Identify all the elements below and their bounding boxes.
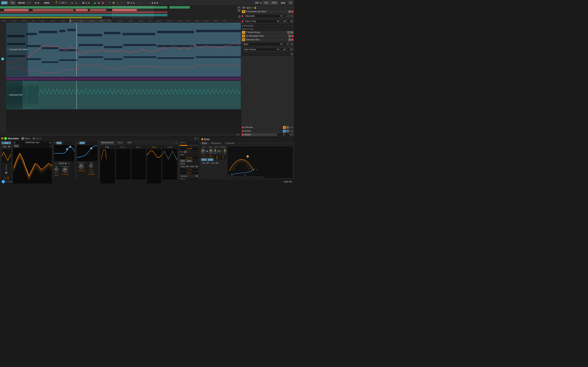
master-val2[interactable]: 6.0 bbox=[285, 133, 293, 136]
sync-left-btn[interactable]: Sync bbox=[201, 158, 207, 161]
sub-btn[interactable]: Sub bbox=[1, 142, 11, 144]
arrangement-pos[interactable]: 37. 1. 1 bbox=[127, 2, 135, 4]
serial-select[interactable]: Serial bbox=[58, 162, 67, 165]
vol-horiz-slider[interactable] bbox=[180, 144, 199, 147]
track7-s-btn[interactable]: 7 bbox=[287, 31, 290, 34]
d-button[interactable]: D bbox=[288, 1, 293, 4]
d-dot[interactable] bbox=[221, 150, 223, 152]
monitor-icon[interactable]: ▭ bbox=[140, 1, 142, 4]
track2-clip[interactable] bbox=[6, 81, 241, 109]
wavetable-settings-icon[interactable]: ⚙ bbox=[194, 137, 196, 140]
return-a-s[interactable]: S bbox=[286, 126, 289, 129]
echo-notes-left[interactable]: Notes bbox=[201, 162, 210, 164]
raw-btn[interactable]: Raw bbox=[13, 145, 19, 147]
track6-s-btn[interactable]: S bbox=[288, 10, 291, 13]
add-clip-icon[interactable]: ⊕ bbox=[291, 52, 293, 56]
record-button[interactable]: ⏺ bbox=[101, 1, 104, 4]
time-display[interactable]: 8. 0. 0 bbox=[151, 2, 159, 4]
osc2-tab[interactable]: ■ bbox=[32, 137, 35, 140]
key-button[interactable]: Key bbox=[263, 1, 269, 4]
env2-label[interactable]: Env 2 bbox=[116, 146, 130, 148]
return-b-btn[interactable]: B bbox=[283, 130, 286, 133]
expand-icon[interactable]: ▾ bbox=[242, 25, 243, 27]
lfo2-label[interactable]: LFO 2 bbox=[163, 146, 177, 148]
matrix-tab[interactable]: Matrix bbox=[116, 141, 125, 145]
curve-icon[interactable]: ⌒ bbox=[144, 1, 146, 4]
w-button[interactable]: W bbox=[237, 9, 241, 12]
osc2-label[interactable]: Osc 2 bbox=[36, 137, 41, 140]
wavetable-more-icon[interactable]: ≡ bbox=[197, 137, 199, 140]
vol-handle[interactable] bbox=[5, 173, 7, 173]
track13-s-btn[interactable]: S bbox=[288, 38, 291, 41]
add-icon[interactable]: ⊕ bbox=[71, 1, 73, 4]
punch-icon[interactable]: ⚡ bbox=[112, 1, 115, 4]
wavetable-val1[interactable]: -1.4 bbox=[284, 15, 290, 17]
res2-knob[interactable] bbox=[89, 164, 94, 168]
character-tab[interactable]: Character bbox=[223, 142, 237, 145]
poly-btn[interactable]: B bbox=[184, 150, 187, 153]
midi-tab[interactable]: MIDI bbox=[125, 141, 134, 145]
link-dot[interactable] bbox=[206, 150, 208, 152]
mod-sources-tab[interactable]: Mod Sources bbox=[99, 141, 116, 145]
lfo1-label[interactable]: LFO 1 bbox=[147, 146, 162, 148]
track-vol-dropdown[interactable]: Track Volume bbox=[242, 48, 280, 51]
ms2-btn2[interactable]: MS2 bbox=[79, 142, 85, 144]
echo-tab[interactable]: Echo bbox=[200, 142, 209, 145]
notes-select1[interactable]: Notes bbox=[180, 165, 189, 168]
freq2-knob[interactable] bbox=[78, 164, 84, 169]
osc1-tab[interactable]: ■ bbox=[21, 137, 24, 140]
draw-icon[interactable]: ✏ bbox=[121, 1, 122, 4]
subtract-icon[interactable]: ⊖ bbox=[75, 1, 77, 4]
echo-power-led[interactable] bbox=[201, 138, 203, 140]
collapse-icon[interactable]: — bbox=[291, 25, 293, 27]
return-a-btn[interactable]: A bbox=[283, 126, 286, 129]
mixer-dropdown[interactable]: Mixer bbox=[242, 42, 283, 46]
feedback-knob[interactable] bbox=[224, 149, 226, 154]
amp-label[interactable]: Amp bbox=[100, 146, 114, 148]
waveform-next[interactable]: ▶ bbox=[50, 141, 51, 143]
play-button[interactable]: ▶ bbox=[94, 1, 96, 4]
bar-mode[interactable]: | 1 Bar ▾ bbox=[59, 2, 67, 4]
fwd-nav-icon[interactable]: ▶ bbox=[249, 6, 251, 9]
wt-settings-icon[interactable]: ≡ bbox=[50, 145, 51, 147]
vol-slider[interactable] bbox=[1, 164, 11, 176]
sync-btn1[interactable]: Sync bbox=[180, 159, 186, 162]
loop-start[interactable]: 39. 1. 4 bbox=[82, 2, 90, 4]
shimmer-select[interactable]: Shimmer bbox=[180, 175, 199, 177]
user-select[interactable]: User bbox=[1, 145, 11, 148]
wavetable-dropdown[interactable]: Wavetable bbox=[243, 14, 283, 18]
time-sig[interactable]: 4 / 4 bbox=[33, 2, 41, 4]
power-led[interactable] bbox=[1, 137, 3, 140]
lock-icon[interactable]: 🔒 bbox=[254, 7, 256, 9]
zoom-level[interactable]: 100% bbox=[43, 2, 51, 4]
loop-icon[interactable]: ⟲ bbox=[108, 1, 111, 4]
env3-label[interactable]: Env 3 bbox=[131, 146, 146, 148]
modulation-tab[interactable]: Modulation bbox=[209, 142, 223, 145]
notes-select2[interactable]: Notes bbox=[189, 165, 199, 168]
waveform-prev[interactable]: ◀ bbox=[13, 141, 15, 143]
track-vol-val2[interactable]: -inf bbox=[287, 48, 293, 51]
edit-icon[interactable]: ✏ bbox=[251, 7, 253, 9]
follow-icon[interactable]: ◎ bbox=[117, 1, 119, 4]
bpm-display[interactable]: 100.00 bbox=[17, 2, 25, 4]
left-knob[interactable] bbox=[201, 149, 205, 154]
ms2-btn1[interactable]: MS2 bbox=[56, 142, 62, 144]
sync-right-btn[interactable]: Sync bbox=[208, 158, 214, 161]
input-knob[interactable] bbox=[214, 149, 217, 154]
d-btn[interactable]: D bbox=[217, 150, 221, 153]
track-vol-val[interactable]: -inf bbox=[280, 48, 286, 51]
midi-button[interactable]: MIDI bbox=[271, 1, 278, 4]
track12-s-btn[interactable]: S bbox=[288, 35, 291, 38]
osc1-label[interactable]: Osc 1 bbox=[25, 137, 30, 140]
return-b-s[interactable]: S bbox=[286, 130, 289, 133]
filter1-val[interactable]: -inf bbox=[280, 20, 286, 23]
back-nav-icon[interactable]: ◀ bbox=[246, 6, 248, 9]
sync-btn2[interactable]: Sync bbox=[186, 159, 192, 162]
stop-button[interactable]: ■ bbox=[98, 1, 100, 4]
track1-clip[interactable] bbox=[6, 23, 241, 77]
freq-knob[interactable] bbox=[62, 167, 68, 173]
filter1-more-icon[interactable]: ▾ bbox=[68, 162, 69, 165]
hamburger-icon[interactable]: ☰ bbox=[238, 15, 241, 18]
master-val[interactable]: 0 bbox=[277, 133, 285, 136]
h-button[interactable]: H bbox=[237, 6, 241, 9]
